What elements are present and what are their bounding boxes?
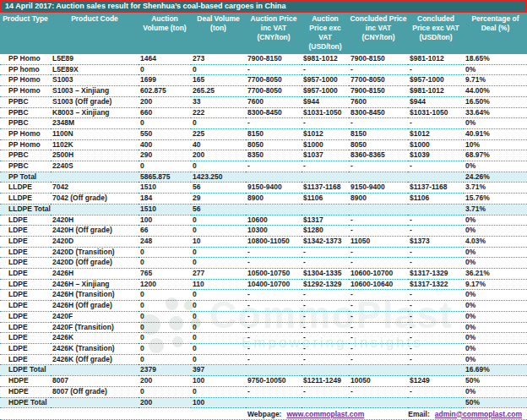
column-header: Product Code [51,13,139,54]
cell [349,172,408,183]
cell: 0 [191,161,246,172]
cell: LLDPE Total [0,204,51,215]
cell: - [349,64,408,75]
cell: $981-1012 [408,54,464,64]
cell: 2426K (Off grade) [51,354,139,365]
cell: 0% [464,118,527,129]
cell: PP Homo [0,75,51,86]
cell: $981-1012 [408,86,464,97]
cell: 10050 [349,376,408,387]
cell: 40.91% [464,128,527,139]
cell: 3.71% [464,204,527,215]
cell: 10400-10700 [246,279,302,290]
cell [349,204,408,215]
cell: 15.76% [464,194,527,205]
cell: 56 [191,183,246,194]
cell: - [302,247,349,258]
cell: 40 [191,139,246,150]
column-header: Auction Price inc VAT (CNY/ton) [246,13,302,54]
table-row: PP Homo1102K400408050$10008050$100010% [0,139,527,150]
cell: 1510 [139,204,191,215]
table-row: PP HomoL5E8914642737900-8150$981-1012790… [0,54,527,64]
cell: 0% [464,258,527,269]
auction-results-table: Product TypeProduct CodeAuction Volume (… [0,13,527,408]
cell: 8300-8450 [246,107,302,118]
cell: 0% [464,343,527,354]
cell: 50% [464,397,527,408]
cell: - [349,386,408,397]
cell: 0 [139,386,191,397]
cell: 1699 [139,75,191,86]
cell: 110 [191,279,246,290]
cell: PP homo [0,64,51,75]
cell: 550 [139,128,191,139]
cell: 33 [191,96,246,107]
column-header: Auction Price exc VAT (USD/ton) [302,13,349,54]
cell: 0 [139,301,191,312]
table-row: LDPE2420F00----0% [0,311,527,322]
cell: - [302,343,349,354]
table-row: LDPE2420D (Transition)00----0% [0,247,527,258]
cell [302,204,349,215]
cell: 24.26% [464,172,527,183]
cell: 7042 [51,183,139,194]
cell: LLDPE [0,183,51,194]
cell: PPBC [0,96,51,107]
cell: 200 [139,96,191,107]
cell: - [408,343,464,354]
table-row: LDPE2420F (Transition)00----0% [0,322,527,333]
cell: - [349,301,408,312]
cell: 0 [139,343,191,354]
cell: 0 [191,290,246,301]
cell: - [302,161,349,172]
cell: - [246,386,302,397]
cell: - [302,118,349,129]
cell: HDPE [0,376,51,387]
cell: - [246,333,302,344]
cell [51,397,139,408]
email-link[interactable]: admin@commoplast.com [435,409,522,419]
table-row: LLDPE70421510569150-9400$1137-11689150-9… [0,183,527,194]
cell [349,397,408,408]
cell: $1373 [408,236,464,247]
cell [408,397,464,408]
cell: 0 [191,322,246,333]
cell: 7900-8150 [246,54,302,64]
cell: 0 [191,311,246,322]
table-row: LDPE2426H (Transition)00----0% [0,290,527,301]
cell: - [246,64,302,75]
cell: 0 [191,64,246,75]
cell: 2426H (Off grade) [51,301,139,312]
cell: 660 [139,107,191,118]
cell: LDPE [0,226,51,237]
page-title: 14 April 2017: Auction sales result for … [0,0,527,13]
cell: 7900-8150 [349,86,408,97]
cell: - [349,290,408,301]
cell: 2420D [51,236,139,247]
cell: LDPE [0,258,51,269]
cell: 200 [191,150,246,161]
cell: 184 [139,194,191,205]
email-label: Email: [408,409,430,419]
webpage-link[interactable]: www.commoplast.com [286,409,364,419]
table-row: PPBC2348M00----0% [0,118,527,129]
cell: - [349,161,408,172]
cell: 0 [191,386,246,397]
cell: - [349,343,408,354]
cell: L5E89 [51,54,139,64]
cell [51,172,139,183]
cell: 2426H – Xinjiang [51,279,139,290]
cell: $981-1012 [302,54,349,64]
cell: $1012 [408,128,464,139]
cell: 9750-10050 [246,376,302,387]
table-row: PPBC2500H2902008350$10378360-8365$103968… [0,150,527,161]
cell: - [408,215,464,226]
cell: $1292-1329 [302,279,349,290]
cell: 4.03% [464,236,527,247]
table-row: LDPE2426K00----0% [0,333,527,344]
cell: PP Homo [0,128,51,139]
cell: 0 [191,354,246,365]
cell: 0 [191,258,246,269]
cell: 2500H [51,150,139,161]
cell: - [408,290,464,301]
